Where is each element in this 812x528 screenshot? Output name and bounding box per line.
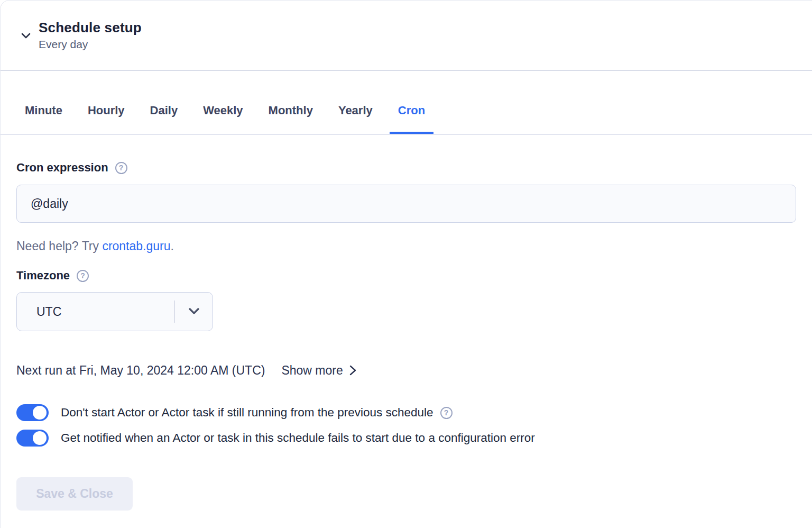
collapse-chevron-down-icon[interactable] xyxy=(19,29,33,42)
timezone-help-icon[interactable]: ? xyxy=(77,270,89,282)
schedule-setup-header: Schedule setup Every day xyxy=(1,1,812,71)
cron-expression-label-row: Cron expression ? xyxy=(16,161,796,175)
next-run-row: Next run at Fri, May 10, 2024 12:00 AM (… xyxy=(16,363,796,378)
header-text-block: Schedule setup Every day xyxy=(39,20,142,51)
timezone-selected-value: UTC xyxy=(17,305,174,319)
tab-hourly[interactable]: Hourly xyxy=(79,103,133,134)
crontab-help-text: Need help? Try crontab.guru. xyxy=(16,239,796,253)
schedule-type-tabs: Minute Hourly Daily Weekly Monthly Yearl… xyxy=(1,71,812,135)
notify-toggle[interactable] xyxy=(16,430,49,447)
schedule-setup-panel: Schedule setup Every day Minute Hourly D… xyxy=(0,0,812,528)
help-text-prefix: Need help? Try xyxy=(16,239,102,253)
toggle-knob xyxy=(33,431,47,445)
tab-daily[interactable]: Daily xyxy=(142,103,187,134)
notify-toggle-row: Get notified when an Actor or task in th… xyxy=(16,430,796,447)
tab-weekly[interactable]: Weekly xyxy=(195,103,251,134)
tab-minute[interactable]: Minute xyxy=(16,103,71,134)
cron-expression-help-icon[interactable]: ? xyxy=(115,162,127,174)
dont-start-toggle[interactable] xyxy=(16,404,49,421)
dont-start-toggle-row: Don't start Actor or Actor task if still… xyxy=(16,404,796,421)
tab-cron[interactable]: Cron xyxy=(390,103,433,134)
dont-start-help-icon[interactable]: ? xyxy=(440,407,453,419)
tab-monthly[interactable]: Monthly xyxy=(260,103,321,134)
cron-expression-input[interactable] xyxy=(16,185,796,223)
crontab-guru-link[interactable]: crontab.guru xyxy=(102,239,170,253)
chevron-right-icon xyxy=(349,364,357,377)
timezone-label: Timezone xyxy=(16,269,70,283)
cron-expression-label: Cron expression xyxy=(16,161,108,175)
cron-tab-content: Cron expression ? Need help? Try crontab… xyxy=(1,161,812,511)
tab-yearly[interactable]: Yearly xyxy=(330,103,381,134)
toggle-knob xyxy=(33,406,47,420)
show-more-button[interactable]: Show more xyxy=(281,363,356,378)
show-more-label: Show more xyxy=(281,363,343,378)
dont-start-toggle-label: Don't start Actor or Actor task if still… xyxy=(61,404,433,421)
page-title: Schedule setup xyxy=(39,20,142,35)
next-run-text: Next run at Fri, May 10, 2024 12:00 AM (… xyxy=(16,363,265,378)
help-text-suffix: . xyxy=(171,239,174,253)
chevron-down-icon xyxy=(175,307,213,316)
save-close-button[interactable]: Save & Close xyxy=(16,477,133,511)
timezone-label-row: Timezone ? xyxy=(16,269,796,283)
schedule-summary: Every day xyxy=(39,38,142,51)
timezone-select[interactable]: UTC xyxy=(16,292,213,331)
notify-toggle-label: Get notified when an Actor or task in th… xyxy=(61,430,535,447)
